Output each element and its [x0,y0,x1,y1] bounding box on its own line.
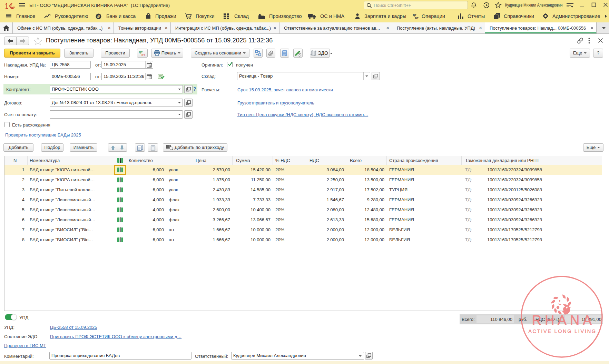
svg-text:Кт: Кт [141,53,145,57]
svg-text:ACTIVE LONG LIVING: ACTIVE LONG LIVING [528,328,597,334]
svg-text:₽: ₽ [97,14,100,19]
svg-text:Кт: Кт [415,16,419,19]
svg-text:RHANA: RHANA [532,313,595,327]
